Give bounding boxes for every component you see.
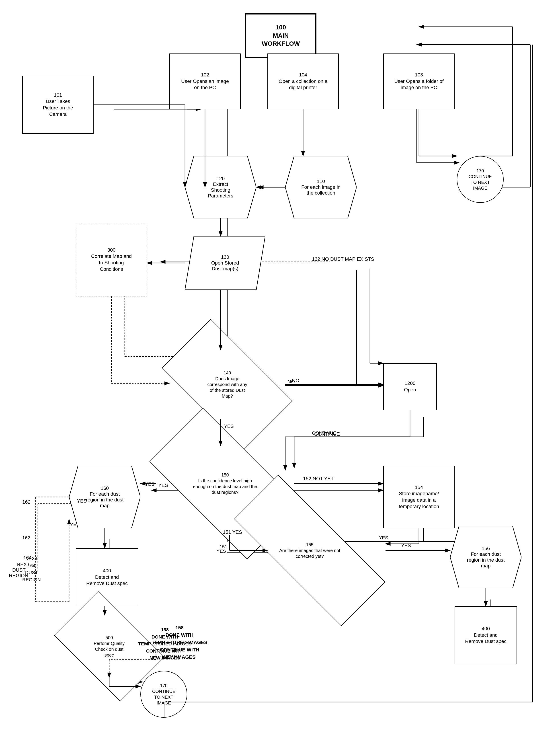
svg-text:YES: YES [145, 481, 155, 487]
circle-170a: 170 CONTINUE TO NEXT IMAGE [457, 156, 504, 203]
box-154: 154 Store imagename/ image data in a tem… [383, 466, 455, 528]
label-400b: 400 Detect and Remove Dust spec [465, 626, 507, 645]
label-400a: 400 Detect and Remove Dust spec [86, 568, 128, 587]
box-104: 104 Open a collection on a digital print… [267, 53, 339, 109]
label-170a: 170 CONTINUE TO NEXT IMAGE [469, 168, 492, 191]
box-300: 300 Correlate Map and to Shooting Condit… [76, 223, 147, 296]
label-130: 130 Open Stored Dust map(s) [211, 254, 239, 272]
hex-156: 156 For each dust region in the dust map [450, 526, 521, 588]
diamond-140: 140 Does Image correspond with any of th… [169, 350, 285, 419]
svg-text:YES: YES [217, 548, 226, 554]
hex-120: 120 Extract Shooting Parameters [185, 156, 256, 218]
label-101: 101 User Takes Picture on the Camera [43, 92, 73, 117]
text-132: 132 NO DUST MAP EXISTS [312, 256, 374, 262]
label-160: 160 For each dust region in the dust map [86, 485, 124, 509]
svg-text:CONTINUE: CONTINUE [314, 431, 340, 437]
label-110: 110 For each image in the collection [301, 179, 341, 196]
box-1200: 1200 Open [383, 363, 437, 410]
box-101: 101 User Takes Picture on the Camera [22, 76, 94, 134]
text-next-dust: NEXT 164 DUST REGION [22, 556, 41, 582]
box-400b: 400 Detect and Remove Dust spec [455, 606, 517, 664]
text-no-140: NO [287, 379, 295, 384]
text-158-content: 158 DONE WITH TEMP STORED IMAGES CONTINU… [138, 627, 192, 660]
label-104: 104 Open a collection on a digital print… [279, 72, 328, 91]
label-154: 154 Store imagename/ image data in a tem… [399, 484, 439, 510]
label-120: 120 Extract Shooting Parameters [208, 176, 233, 199]
main-workflow-box: 100 MAIN WORKFLOW [245, 13, 316, 58]
label-155: 155 Are there images that were not corre… [277, 540, 342, 561]
label-103: 103 User Opens a folder of image on the … [394, 72, 443, 91]
diamond-155: 155 Are there images that were not corre… [234, 519, 386, 582]
box-103: 103 User Opens a folder of image on the … [383, 53, 455, 109]
svg-text:CONTINUE: CONTINUE [312, 430, 336, 435]
text-158-label: 158 DONE WITH TEMP STORED IMAGES CONTINU… [138, 626, 192, 661]
hex-110: 110 For each image in the collection [285, 156, 357, 218]
main-workflow-label: 100 MAIN WORKFLOW [262, 23, 300, 48]
label-150: 150 Is the confidence level high enough … [191, 470, 259, 497]
text-162: 162 [22, 499, 31, 505]
svg-text:152 NOT YET: 152 NOT YET [303, 476, 334, 481]
label-500: 500 Perfomr Quality Check on dust spec [92, 632, 127, 660]
label-no-140: NO [287, 379, 295, 385]
label-300: 300 Correlate Map and to Shooting Condit… [91, 247, 132, 272]
label-132: 132 NO DUST MAP EXISTS [312, 256, 374, 262]
svg-text:YES: YES [401, 543, 411, 548]
svg-text:151: 151 [219, 544, 227, 549]
box-400a: 400 Detect and Remove Dust spec [76, 548, 138, 606]
svg-text:162: 162 [22, 535, 30, 540]
hex-160: 160 For each dust region in the dust map [69, 466, 140, 528]
label-156: 156 For each dust region in the dust map [467, 546, 505, 569]
label-102: 102 User Opens an image on the PC [181, 72, 229, 91]
diagram-container: YES CONTINUE YES 162 YES 152 NOT YET [0, 0, 560, 733]
circle-170b: 170 CONTINUE TO NEXT IMAGE [140, 671, 187, 718]
label-next-dust: NEXT 164 DUST REGION [22, 555, 41, 583]
box-102: 102 User Opens an image on the PC [169, 53, 241, 109]
label-1200: 1200 Open [404, 380, 416, 393]
label-162: 162 [22, 499, 31, 505]
label-140: 140 Does Image correspond with any of th… [205, 368, 250, 401]
para-130: 130 Open Stored Dust map(s) [185, 236, 265, 290]
label-170b: 170 CONTINUE TO NEXT IMAGE [152, 683, 175, 706]
